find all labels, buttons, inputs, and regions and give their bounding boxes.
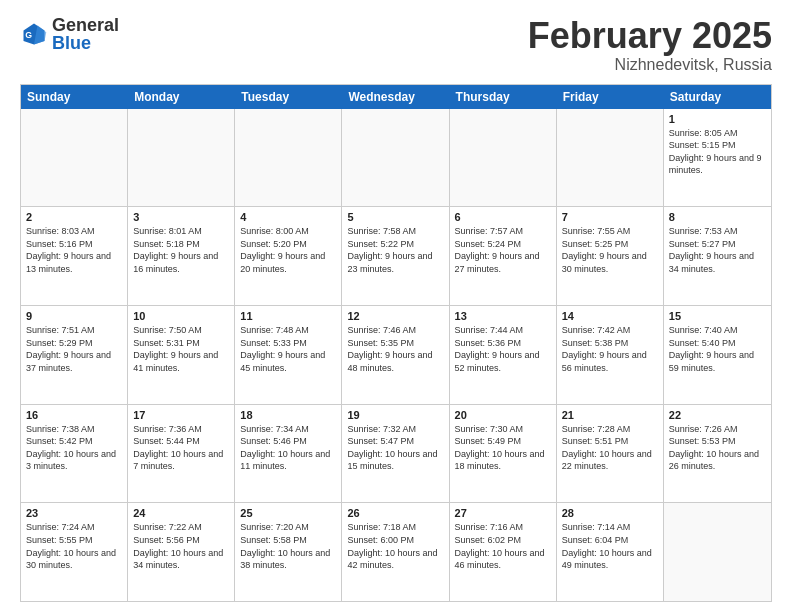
day-info: Sunrise: 8:01 AM Sunset: 5:18 PM Dayligh… (133, 225, 229, 275)
svg-text:G: G (25, 30, 32, 40)
calendar-cell: 17Sunrise: 7:36 AM Sunset: 5:44 PM Dayli… (128, 405, 235, 503)
day-number: 28 (562, 507, 658, 519)
calendar-row-5: 23Sunrise: 7:24 AM Sunset: 5:55 PM Dayli… (21, 502, 771, 601)
calendar-cell: 14Sunrise: 7:42 AM Sunset: 5:38 PM Dayli… (557, 306, 664, 404)
day-info: Sunrise: 7:36 AM Sunset: 5:44 PM Dayligh… (133, 423, 229, 473)
day-number: 20 (455, 409, 551, 421)
day-number: 15 (669, 310, 766, 322)
day-info: Sunrise: 7:14 AM Sunset: 6:04 PM Dayligh… (562, 521, 658, 571)
day-info: Sunrise: 7:50 AM Sunset: 5:31 PM Dayligh… (133, 324, 229, 374)
day-info: Sunrise: 7:30 AM Sunset: 5:49 PM Dayligh… (455, 423, 551, 473)
calendar-cell: 26Sunrise: 7:18 AM Sunset: 6:00 PM Dayli… (342, 503, 449, 601)
day-info: Sunrise: 7:16 AM Sunset: 6:02 PM Dayligh… (455, 521, 551, 571)
calendar-row-4: 16Sunrise: 7:38 AM Sunset: 5:42 PM Dayli… (21, 404, 771, 503)
day-info: Sunrise: 8:03 AM Sunset: 5:16 PM Dayligh… (26, 225, 122, 275)
calendar-cell: 15Sunrise: 7:40 AM Sunset: 5:40 PM Dayli… (664, 306, 771, 404)
calendar-cell: 19Sunrise: 7:32 AM Sunset: 5:47 PM Dayli… (342, 405, 449, 503)
day-info: Sunrise: 7:58 AM Sunset: 5:22 PM Dayligh… (347, 225, 443, 275)
page: G General Blue February 2025 Nizhnedevit… (0, 0, 792, 612)
day-number: 27 (455, 507, 551, 519)
calendar-cell: 20Sunrise: 7:30 AM Sunset: 5:49 PM Dayli… (450, 405, 557, 503)
weekday-header-monday: Monday (128, 85, 235, 109)
day-number: 21 (562, 409, 658, 421)
logo-icon: G (20, 20, 48, 48)
day-info: Sunrise: 7:44 AM Sunset: 5:36 PM Dayligh… (455, 324, 551, 374)
day-info: Sunrise: 7:55 AM Sunset: 5:25 PM Dayligh… (562, 225, 658, 275)
day-info: Sunrise: 7:20 AM Sunset: 5:58 PM Dayligh… (240, 521, 336, 571)
calendar-cell: 13Sunrise: 7:44 AM Sunset: 5:36 PM Dayli… (450, 306, 557, 404)
day-info: Sunrise: 7:57 AM Sunset: 5:24 PM Dayligh… (455, 225, 551, 275)
day-info: Sunrise: 8:05 AM Sunset: 5:15 PM Dayligh… (669, 127, 766, 177)
calendar-cell: 24Sunrise: 7:22 AM Sunset: 5:56 PM Dayli… (128, 503, 235, 601)
calendar-header: SundayMondayTuesdayWednesdayThursdayFrid… (21, 85, 771, 109)
day-info: Sunrise: 7:46 AM Sunset: 5:35 PM Dayligh… (347, 324, 443, 374)
calendar-cell: 27Sunrise: 7:16 AM Sunset: 6:02 PM Dayli… (450, 503, 557, 601)
logo-general-text: General (52, 15, 119, 35)
calendar-cell: 25Sunrise: 7:20 AM Sunset: 5:58 PM Dayli… (235, 503, 342, 601)
day-info: Sunrise: 7:22 AM Sunset: 5:56 PM Dayligh… (133, 521, 229, 571)
location: Nizhnedevitsk, Russia (528, 56, 772, 74)
day-info: Sunrise: 7:48 AM Sunset: 5:33 PM Dayligh… (240, 324, 336, 374)
calendar-cell: 5Sunrise: 7:58 AM Sunset: 5:22 PM Daylig… (342, 207, 449, 305)
calendar-row-2: 2Sunrise: 8:03 AM Sunset: 5:16 PM Daylig… (21, 206, 771, 305)
day-number: 10 (133, 310, 229, 322)
day-number: 19 (347, 409, 443, 421)
calendar-cell: 3Sunrise: 8:01 AM Sunset: 5:18 PM Daylig… (128, 207, 235, 305)
day-number: 25 (240, 507, 336, 519)
calendar-cell: 16Sunrise: 7:38 AM Sunset: 5:42 PM Dayli… (21, 405, 128, 503)
calendar-cell: 7Sunrise: 7:55 AM Sunset: 5:25 PM Daylig… (557, 207, 664, 305)
day-number: 26 (347, 507, 443, 519)
day-info: Sunrise: 8:00 AM Sunset: 5:20 PM Dayligh… (240, 225, 336, 275)
calendar-cell (342, 109, 449, 207)
calendar-cell (557, 109, 664, 207)
day-number: 4 (240, 211, 336, 223)
day-number: 16 (26, 409, 122, 421)
day-info: Sunrise: 7:53 AM Sunset: 5:27 PM Dayligh… (669, 225, 766, 275)
weekday-header-saturday: Saturday (664, 85, 771, 109)
day-number: 14 (562, 310, 658, 322)
month-title: February 2025 (528, 16, 772, 56)
day-info: Sunrise: 7:32 AM Sunset: 5:47 PM Dayligh… (347, 423, 443, 473)
day-number: 5 (347, 211, 443, 223)
calendar-cell: 23Sunrise: 7:24 AM Sunset: 5:55 PM Dayli… (21, 503, 128, 601)
calendar-cell: 28Sunrise: 7:14 AM Sunset: 6:04 PM Dayli… (557, 503, 664, 601)
calendar-row-3: 9Sunrise: 7:51 AM Sunset: 5:29 PM Daylig… (21, 305, 771, 404)
calendar-cell: 12Sunrise: 7:46 AM Sunset: 5:35 PM Dayli… (342, 306, 449, 404)
calendar-cell: 1Sunrise: 8:05 AM Sunset: 5:15 PM Daylig… (664, 109, 771, 207)
day-info: Sunrise: 7:38 AM Sunset: 5:42 PM Dayligh… (26, 423, 122, 473)
day-number: 7 (562, 211, 658, 223)
day-number: 22 (669, 409, 766, 421)
day-info: Sunrise: 7:51 AM Sunset: 5:29 PM Dayligh… (26, 324, 122, 374)
title-block: February 2025 Nizhnedevitsk, Russia (528, 16, 772, 74)
day-info: Sunrise: 7:34 AM Sunset: 5:46 PM Dayligh… (240, 423, 336, 473)
weekday-header-sunday: Sunday (21, 85, 128, 109)
calendar-cell: 22Sunrise: 7:26 AM Sunset: 5:53 PM Dayli… (664, 405, 771, 503)
calendar-cell (21, 109, 128, 207)
calendar-cell: 2Sunrise: 8:03 AM Sunset: 5:16 PM Daylig… (21, 207, 128, 305)
calendar: SundayMondayTuesdayWednesdayThursdayFrid… (20, 84, 772, 602)
day-info: Sunrise: 7:42 AM Sunset: 5:38 PM Dayligh… (562, 324, 658, 374)
day-number: 2 (26, 211, 122, 223)
day-number: 1 (669, 113, 766, 125)
weekday-header-wednesday: Wednesday (342, 85, 449, 109)
day-info: Sunrise: 7:40 AM Sunset: 5:40 PM Dayligh… (669, 324, 766, 374)
day-number: 18 (240, 409, 336, 421)
calendar-cell: 10Sunrise: 7:50 AM Sunset: 5:31 PM Dayli… (128, 306, 235, 404)
header: G General Blue February 2025 Nizhnedevit… (20, 16, 772, 74)
calendar-cell (128, 109, 235, 207)
day-number: 8 (669, 211, 766, 223)
calendar-cell (664, 503, 771, 601)
day-info: Sunrise: 7:28 AM Sunset: 5:51 PM Dayligh… (562, 423, 658, 473)
calendar-cell (235, 109, 342, 207)
calendar-cell: 4Sunrise: 8:00 AM Sunset: 5:20 PM Daylig… (235, 207, 342, 305)
calendar-cell: 6Sunrise: 7:57 AM Sunset: 5:24 PM Daylig… (450, 207, 557, 305)
calendar-body: 1Sunrise: 8:05 AM Sunset: 5:15 PM Daylig… (21, 109, 771, 601)
day-info: Sunrise: 7:24 AM Sunset: 5:55 PM Dayligh… (26, 521, 122, 571)
day-number: 12 (347, 310, 443, 322)
calendar-row-1: 1Sunrise: 8:05 AM Sunset: 5:15 PM Daylig… (21, 109, 771, 207)
weekday-header-friday: Friday (557, 85, 664, 109)
calendar-cell (450, 109, 557, 207)
calendar-cell: 21Sunrise: 7:28 AM Sunset: 5:51 PM Dayli… (557, 405, 664, 503)
day-number: 23 (26, 507, 122, 519)
day-info: Sunrise: 7:18 AM Sunset: 6:00 PM Dayligh… (347, 521, 443, 571)
